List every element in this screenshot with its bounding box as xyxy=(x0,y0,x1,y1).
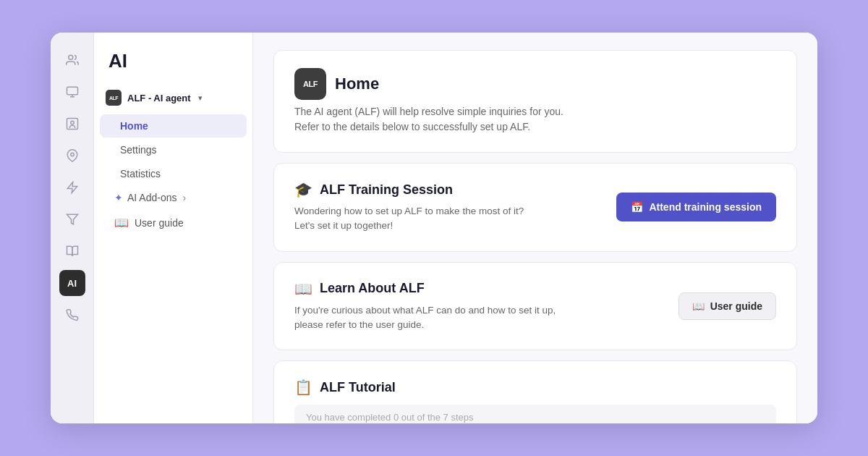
icon-rail: AI xyxy=(51,33,94,423)
home-desc-2: Refer to the details below to successful… xyxy=(294,121,530,132)
guide-book-icon: 📖 xyxy=(114,216,129,229)
training-title: ALF Training Session xyxy=(320,182,453,198)
training-btn-label: Attend training session xyxy=(649,201,762,213)
nav-settings[interactable]: Settings xyxy=(100,138,247,161)
user-guide-button[interactable]: 📖 User guide xyxy=(678,292,776,320)
home-desc-1: The AI agent (ALF) will help resolve sim… xyxy=(294,106,563,117)
nav-home[interactable]: Home xyxy=(100,114,247,138)
learn-title: Learn About ALF xyxy=(320,281,425,296)
sidebar-title: AI xyxy=(94,50,252,84)
inbox-icon[interactable] xyxy=(59,79,85,105)
svg-marker-6 xyxy=(67,214,77,224)
users-icon[interactable] xyxy=(59,47,85,73)
agent-chevron: ▾ xyxy=(198,93,203,103)
svg-point-0 xyxy=(68,55,72,59)
svg-point-3 xyxy=(70,121,74,124)
training-desc-2: Let's set it up together! xyxy=(294,220,393,231)
nav-user-guide[interactable]: 📖 User guide xyxy=(100,210,247,235)
home-alf-badge: ALF xyxy=(294,68,326,100)
svg-rect-1 xyxy=(67,87,77,95)
learn-card: 📖 Learn About ALF If you're curious abou… xyxy=(273,262,797,351)
guide-btn-icon: 📖 xyxy=(692,300,705,312)
tutorial-title: ALF Tutorial xyxy=(320,380,396,395)
agent-header[interactable]: ALF ALF - AI agent ▾ xyxy=(94,84,252,111)
ai-icon[interactable]: AI xyxy=(59,270,85,296)
learn-desc-2: please refer to the user guide. xyxy=(294,319,424,330)
guide-btn-label: User guide xyxy=(710,300,762,312)
contacts-icon[interactable] xyxy=(59,111,85,137)
main-content: ALF Home The AI agent (ALF) will help re… xyxy=(253,33,817,423)
nav-statistics[interactable]: Statistics xyxy=(100,162,247,185)
attend-training-button[interactable]: 📅 Attend training session xyxy=(616,193,776,221)
training-icon: 🎓 xyxy=(294,181,312,198)
guide-label: User guide xyxy=(135,217,184,229)
training-card: 🎓 ALF Training Session Wondering how to … xyxy=(273,163,797,252)
learn-desc-1: If you're curious about what ALF can do … xyxy=(294,305,556,316)
location-icon[interactable] xyxy=(59,143,85,169)
svg-point-4 xyxy=(70,153,74,156)
tutorial-card: 📋 ALF Tutorial You have completed 0 out … xyxy=(273,360,797,423)
tutorial-progress-text: You have completed 0 out of the 7 steps xyxy=(294,405,776,423)
lightning-icon[interactable] xyxy=(59,174,85,200)
svg-marker-5 xyxy=(67,182,77,193)
learn-icon: 📖 xyxy=(294,280,312,297)
home-card: ALF Home The AI agent (ALF) will help re… xyxy=(273,50,797,153)
training-desc-1: Wondering how to set up ALF to make the … xyxy=(294,206,524,216)
sparkle-icon: ✦ xyxy=(114,192,123,203)
addons-label: AI Add-ons xyxy=(127,192,177,203)
phone-icon[interactable] xyxy=(59,302,85,328)
book-icon[interactable] xyxy=(59,238,85,264)
agent-name: ALF - AI agent xyxy=(127,93,191,104)
training-btn-icon: 📅 xyxy=(631,201,643,213)
nav-addons[interactable]: ✦ AI Add-ons › xyxy=(100,186,247,209)
addons-chevron: › xyxy=(183,192,187,203)
sidebar: AI ALF ALF - AI agent ▾ Home Settings St… xyxy=(94,33,253,423)
alf-badge: ALF xyxy=(106,90,122,106)
filter-icon[interactable] xyxy=(59,206,85,232)
tutorial-icon: 📋 xyxy=(294,379,312,396)
home-title: Home xyxy=(335,75,379,93)
